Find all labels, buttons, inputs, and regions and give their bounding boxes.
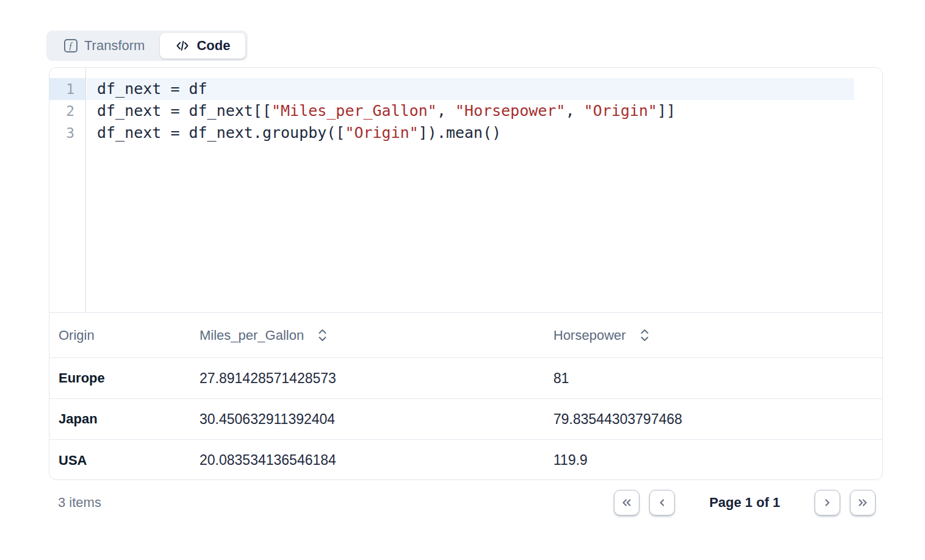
chevrons-left-icon	[620, 496, 633, 509]
cell-origin: Europe	[49, 370, 200, 386]
tab-transform-label: Transform	[84, 38, 145, 54]
pagination: Page 1 of 1	[614, 490, 876, 515]
function-glyph: ƒ	[68, 41, 73, 51]
view-toggle-tabbar: ƒ Transform Code	[46, 31, 248, 61]
table-header-row: Origin Miles_per_Gallon Horsepower	[49, 313, 882, 358]
code-token: ,	[437, 102, 455, 120]
code-lines: df_next = df df_next = df_next[["Miles_p…	[87, 68, 882, 144]
chevron-right-icon	[821, 496, 834, 509]
table-row: Europe 27.891428571428573 81	[49, 358, 882, 399]
code-line-1: df_next = df	[87, 78, 854, 100]
line-number: 3	[49, 122, 85, 144]
tab-transform[interactable]: ƒ Transform	[49, 33, 160, 59]
column-header-horsepower[interactable]: Horsepower	[553, 328, 882, 343]
sort-icon	[639, 328, 650, 342]
first-page-button[interactable]	[614, 490, 639, 515]
cell-miles-per-gallon: 20.083534136546184	[200, 452, 553, 468]
line-number: 1	[49, 78, 85, 100]
dataframe-transform-widget: ƒ Transform Code 1 2 3 df_next =	[0, 0, 925, 560]
code-token-string: "Miles_per_Gallon"	[272, 102, 437, 120]
sort-icon	[317, 328, 328, 342]
code-token-string: "Origin"	[584, 102, 657, 120]
column-header-miles-per-gallon[interactable]: Miles_per_Gallon	[200, 328, 553, 343]
cell-horsepower: 81	[553, 370, 882, 387]
function-square-icon: ƒ	[64, 39, 77, 52]
items-count: 3 items	[58, 495, 101, 511]
code-and-table-panel: 1 2 3 df_next = df df_next = df_next[["M…	[49, 67, 883, 480]
cell-horsepower: 79.83544303797468	[553, 411, 882, 428]
code-token-string: "Origin"	[345, 124, 418, 142]
code-token: df_next = df	[97, 80, 207, 98]
table-row: USA 20.083534136546184 119.9	[49, 440, 882, 480]
code-token: ]).mean()	[419, 124, 501, 142]
code-token-string: "Horsepower"	[455, 102, 566, 120]
line-number-gutter: 1 2 3	[49, 68, 86, 312]
last-page-button[interactable]	[850, 490, 876, 515]
previous-page-button[interactable]	[649, 490, 675, 515]
code-token: df_next = df_next[[	[97, 102, 272, 120]
cell-miles-per-gallon: 27.891428571428573	[200, 370, 553, 387]
code-line-3: df_next = df_next.groupby(["Origin"]).me…	[87, 122, 882, 144]
tab-code-label: Code	[196, 38, 230, 54]
cell-horsepower: 119.9	[553, 452, 882, 468]
column-header-label: Origin	[59, 328, 95, 343]
table-footer: 3 items Page 1 of 1	[49, 490, 883, 515]
code-token: ,	[566, 102, 584, 120]
line-number: 2	[49, 100, 85, 122]
cell-origin: USA	[49, 453, 200, 468]
next-page-button[interactable]	[815, 490, 840, 515]
column-header-origin: Origin	[49, 328, 200, 343]
column-header-label: Horsepower	[553, 328, 626, 343]
tab-code[interactable]: Code	[160, 33, 245, 59]
page-indicator: Page 1 of 1	[675, 495, 815, 511]
code-line-2: df_next = df_next[["Miles_per_Gallon", "…	[87, 100, 882, 122]
chevrons-right-icon	[856, 496, 869, 509]
column-header-label: Miles_per_Gallon	[200, 328, 304, 343]
cell-miles-per-gallon: 30.450632911392404	[200, 411, 553, 428]
cell-origin: Japan	[49, 411, 200, 427]
code-icon	[175, 38, 190, 53]
table-row: Japan 30.450632911392404 79.835443037974…	[49, 399, 882, 440]
code-editor[interactable]: 1 2 3 df_next = df df_next = df_next[["M…	[49, 68, 882, 313]
chevron-left-icon	[655, 496, 669, 509]
code-token: ]]	[657, 102, 675, 120]
code-token: df_next = df_next.groupby([	[97, 124, 345, 142]
